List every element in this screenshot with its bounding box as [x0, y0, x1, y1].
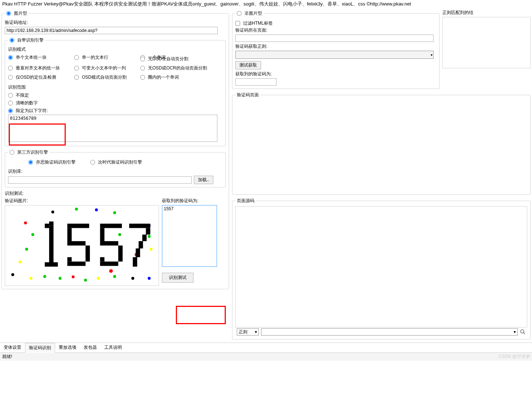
- svg-rect-41: [146, 228, 150, 234]
- svg-rect-36: [100, 241, 119, 246]
- captcha-result-box[interactable]: 1557: [162, 205, 217, 267]
- svg-point-8: [31, 233, 34, 236]
- svg-rect-26: [49, 226, 54, 266]
- tab-replay-options[interactable]: 重放选项: [55, 343, 80, 352]
- svg-rect-31: [86, 246, 90, 262]
- mode-variable-col[interactable]: 可变大小文本中的一列: [74, 64, 140, 72]
- main-content: 图片型 验证码地址: 自带识别引擎 识别模式 单个文本统一块 单一的文本行 一个…: [0, 8, 532, 343]
- status-bar: 就绪! CSDN @竹等寒: [0, 353, 532, 361]
- mode-vertical[interactable]: 垂直对齐文本的统一块: [8, 64, 74, 72]
- svg-rect-25: [49, 222, 54, 226]
- page-source-area[interactable]: [235, 206, 527, 327]
- captcha-page-legend: 验证码页面: [235, 92, 260, 98]
- regex-combo[interactable]: ▾: [235, 51, 434, 59]
- svg-point-19: [131, 277, 134, 280]
- svg-point-23: [118, 233, 121, 236]
- regex-mode-dropdown[interactable]: 正则▾: [237, 328, 259, 336]
- svg-point-17: [149, 248, 152, 251]
- regex-input-dropdown[interactable]: ▾: [261, 328, 518, 336]
- chevron-down-icon: ▾: [255, 329, 257, 334]
- svg-point-12: [97, 277, 100, 280]
- captcha-page-input[interactable]: [235, 35, 434, 42]
- range-limit-chars[interactable]: 限定为以下字符:: [8, 107, 222, 115]
- svg-point-7: [113, 211, 116, 214]
- tab-variant-settings[interactable]: 变体设置: [0, 343, 25, 352]
- range-unlimited[interactable]: 不限定: [8, 92, 222, 99]
- test-get-button[interactable]: 测试获取: [235, 61, 261, 69]
- svg-point-14: [109, 269, 113, 273]
- captcha-image-label: 验证码图片:: [5, 198, 159, 204]
- regex-label: 验证码获取正则:: [235, 43, 436, 50]
- page-source-group: 页面源码 正则▾ ▾: [232, 198, 531, 340]
- highlight-box-2: [176, 306, 226, 324]
- builtin-engine-radio[interactable]: 自带识别引擎: [10, 36, 44, 44]
- builtin-engine-group: 自带识别引擎 识别模式 单个文本统一块 单一的文本行 一个单词 无OSD全自动页…: [5, 36, 226, 146]
- svg-rect-28: [67, 224, 89, 228]
- captcha-page-view: 验证码页面: [232, 92, 531, 195]
- svg-rect-43: [139, 241, 143, 248]
- status-text: 就绪!: [2, 354, 12, 360]
- tab-sender[interactable]: 发包器: [80, 343, 101, 352]
- svg-point-20: [29, 277, 32, 280]
- svg-point-3: [19, 261, 22, 264]
- svg-point-2: [25, 248, 28, 251]
- recognition-lib-input[interactable]: [8, 176, 192, 184]
- third-opt-yisi[interactable]: 亦思验证码识别引擎: [28, 158, 76, 166]
- mode-circle-word[interactable]: 圈内的一个单词: [140, 74, 221, 81]
- left-panel: 图片型 验证码地址: 自带识别引擎 识别模式 单个文本统一块 单一的文本行 一个…: [1, 10, 229, 341]
- mode-single-block[interactable]: 单个文本统一块: [8, 54, 74, 61]
- svg-point-10: [72, 275, 75, 278]
- svg-rect-38: [100, 262, 119, 266]
- lib-label: 识别库:: [8, 168, 222, 175]
- range-label: 识别范围: [8, 84, 222, 90]
- svg-rect-29: [67, 228, 72, 241]
- mode-noosd-ocr[interactable]: 无OSD或OCR的自动页面分割: [140, 64, 221, 72]
- non-image-type-group: 非图片型 过滤HTML标签 验证码所在页面: 验证码获取正则: ▾ 测试获取 获…: [232, 10, 439, 89]
- image-type-group: 图片型 验证码地址: 自带识别引擎 识别模式 单个文本统一块 单一的文本行 一个…: [1, 10, 229, 289]
- got-captcha-input[interactable]: [235, 78, 276, 86]
- svg-point-9: [59, 277, 62, 280]
- got-label-right: 获取到的验证码为:: [235, 71, 436, 77]
- range-clear-digits[interactable]: 清晰的数字: [8, 99, 222, 107]
- svg-point-22: [43, 275, 46, 278]
- filter-html-checkbox[interactable]: 过滤HTML标签: [235, 19, 436, 27]
- tab-captcha-recognition[interactable]: 验证码识别: [25, 343, 55, 353]
- svg-rect-45: [133, 257, 137, 267]
- svg-point-18: [148, 277, 151, 280]
- svg-rect-42: [142, 234, 146, 241]
- mode-noosd-auto[interactable]: 无OSD全自动页分割: [140, 55, 221, 63]
- non-image-radio[interactable]: 非图片型: [237, 10, 262, 17]
- captcha-address-input[interactable]: [5, 27, 218, 34]
- svg-point-5: [75, 208, 78, 211]
- svg-rect-39: [100, 257, 105, 262]
- image-type-radio[interactable]: 图片型: [6, 10, 27, 17]
- svg-rect-40: [129, 224, 150, 228]
- mode-osd-auto[interactable]: OSD模式自动页面分割: [74, 74, 140, 81]
- mode-single-line[interactable]: 单一的文本行: [74, 54, 140, 61]
- load-button[interactable]: 加载..: [194, 176, 213, 184]
- test-label: 识别测试:: [5, 190, 226, 197]
- captcha-image: [5, 205, 159, 286]
- page-url-label: 验证码所在页面:: [235, 27, 436, 33]
- third-party-radio[interactable]: 第三方识别引擎: [10, 148, 48, 156]
- got-captcha-label: 获取到的验证码为:: [162, 198, 217, 204]
- regex-result-box: [442, 17, 531, 68]
- limit-chars-input[interactable]: 0123456789: [8, 115, 217, 142]
- svg-point-0: [11, 273, 14, 276]
- svg-rect-30: [67, 241, 86, 246]
- recognize-test-button[interactable]: 识别测试: [162, 273, 193, 283]
- svg-rect-35: [100, 228, 105, 241]
- bottom-tabs: 变体设置 验证码识别 重放选项 发包器 工具说明: [0, 343, 532, 353]
- svg-rect-44: [136, 248, 140, 257]
- search-icon[interactable]: [520, 329, 526, 335]
- svg-point-13: [113, 275, 116, 278]
- tab-tool-help[interactable]: 工具说明: [101, 343, 126, 352]
- third-party-engine-group: 第三方识别引擎 亦思验证码识别引擎 次时代验证码识别引擎 识别库: 加载..: [5, 148, 226, 187]
- svg-rect-34: [100, 224, 122, 228]
- third-opt-cishi[interactable]: 次时代验证码识别引擎: [90, 158, 142, 166]
- page-source-legend: 页面源码: [235, 198, 256, 204]
- svg-rect-33: [67, 257, 72, 262]
- mode-osd-only[interactable]: 仅OSD的定位及检测: [8, 74, 74, 81]
- svg-point-11: [84, 279, 87, 282]
- svg-point-46: [521, 330, 524, 333]
